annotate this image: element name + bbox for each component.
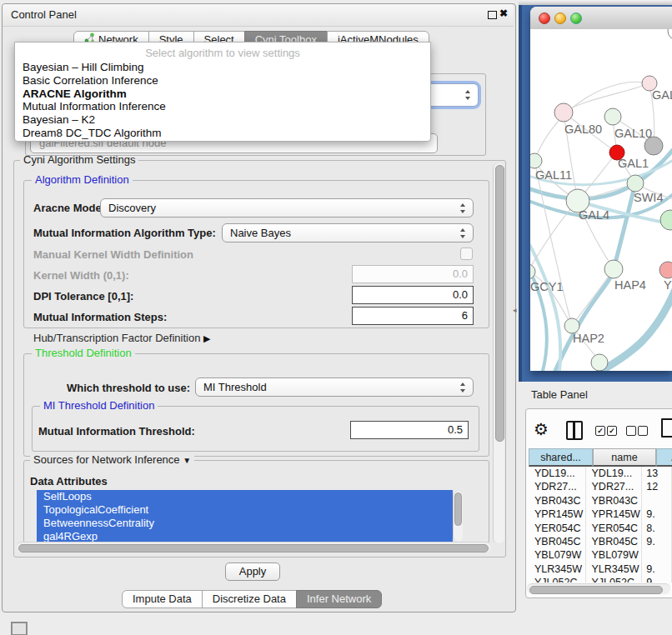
table-row[interactable]: YBR045CYBR045C9.	[529, 535, 672, 548]
scrollbar-thumb[interactable]	[495, 165, 504, 442]
attribute-item[interactable]: TopologicalCoefficient	[37, 503, 453, 517]
network-node[interactable]	[668, 29, 672, 40]
attribute-item[interactable]: SelfLoops	[37, 490, 453, 503]
network-node[interactable]	[604, 108, 621, 125]
table-cell	[642, 548, 672, 562]
table-cell	[642, 494, 672, 508]
table-cell: 9.	[642, 508, 672, 521]
screenshot-root: Control Panel ✖ Network Style Select Cyn…	[0, 0, 672, 635]
table-row[interactable]: YBL079WYBL079W	[529, 548, 672, 562]
scrollbar-thumb[interactable]	[454, 492, 462, 526]
network-node[interactable]	[627, 175, 644, 192]
combo-arrows-icon	[464, 90, 472, 100]
popup-item[interactable]: Dream8 DC_TDC Algorithm	[15, 127, 430, 140]
column-header-partial[interactable]: A	[656, 448, 672, 467]
checked-checkbox-icon[interactable]: ✓	[607, 426, 617, 436]
hub-section-toggle[interactable]: Hub/Transcription Factor Definition ▶	[33, 332, 210, 344]
float-window-icon[interactable]	[488, 11, 497, 19]
table-cell: YLR345W	[529, 562, 586, 576]
algorithm-dropdown-popup: Select algorithm to view settings Bayesi…	[14, 42, 431, 142]
network-node[interactable]	[659, 262, 672, 278]
which-threshold-combo[interactable]: MI Threshold	[195, 378, 474, 397]
table-row[interactable]: YER054CYER054C8.	[529, 522, 672, 535]
table-cell: YBL079W	[529, 548, 586, 562]
tab-label: Infer Network	[307, 591, 371, 608]
table-cell: YER054C	[529, 522, 586, 535]
attribute-item[interactable]: gal4RGexp	[37, 530, 453, 542]
network-node[interactable]	[604, 260, 623, 278]
mi-type-combo[interactable]: Naive Bayes	[222, 223, 474, 242]
scrollbar-thumb[interactable]	[529, 586, 663, 594]
hub-section-label: Hub/Transcription Factor Definition	[33, 332, 200, 344]
column-header-shared-name[interactable]: shared...	[529, 448, 593, 467]
mi-threshold-field[interactable]: 0.5	[350, 421, 469, 439]
expand-arrow-icon: ▶	[203, 333, 210, 344]
attributes-list-scrollbar[interactable]	[453, 491, 463, 542]
mi-steps-field[interactable]: 6	[352, 307, 474, 325]
popup-item[interactable]: Basic Correlation Inference	[15, 74, 430, 88]
network-node[interactable]	[591, 354, 608, 371]
tab-discretize-data[interactable]: Discretize Data	[202, 590, 297, 608]
apply-button[interactable]: Apply	[225, 562, 280, 581]
panel-divider-collapse-arrow[interactable]: ◂	[513, 306, 517, 314]
network-node-label: GAL4	[579, 208, 609, 222]
manual-kernel-label: Manual Kernel Width Definition	[33, 248, 193, 261]
table-row[interactable]: YJL052CYJL052C9	[529, 576, 672, 582]
sources-title[interactable]: Sources for Network Inference ▼	[30, 454, 194, 467]
unchecked-checkbox-icon[interactable]	[626, 426, 636, 436]
table-row[interactable]: YBR043CYBR043C	[529, 494, 672, 508]
table-cell: 8.	[642, 522, 672, 535]
column-header-name[interactable]: name	[593, 448, 656, 467]
network-node[interactable]	[554, 103, 573, 122]
popup-item-highlighted[interactable]: ARACNE Algorithm	[15, 88, 430, 101]
control-panel-titlebar[interactable]	[3, 4, 514, 27]
network-node-label: HAP4	[614, 278, 646, 292]
table-row[interactable]: YPR145WYPR145W9.	[529, 508, 672, 521]
network-node-label: GAL	[652, 88, 672, 102]
algorithm-definition-title: Algorithm Definition	[32, 174, 133, 186]
window-title: Control Panel	[11, 8, 77, 21]
table-cell: 9.	[642, 562, 672, 576]
aracne-mode-label: Aracne Mode:	[33, 202, 105, 214]
table-horizontal-scrollbar[interactable]	[527, 583, 670, 594]
attribute-item[interactable]: BetweennessCentrality	[37, 517, 453, 530]
table-row[interactable]: YDL19...YDL19...13	[529, 467, 672, 480]
network-node-label: GAL10	[614, 127, 652, 140]
scrollbar-thumb[interactable]	[18, 544, 489, 552]
table-cell: YBR043C	[586, 494, 643, 508]
minimize-traffic-light[interactable]	[554, 12, 566, 24]
tab-infer-network[interactable]: Infer Network	[296, 590, 382, 608]
popup-item[interactable]: Bayesian – K2	[15, 113, 430, 127]
aracne-mode-combo[interactable]: Discovery	[100, 198, 474, 218]
collapse-arrow-icon: ▼	[183, 456, 191, 465]
network-node-label: GAL1	[618, 157, 649, 170]
dpi-tolerance-field[interactable]: 0.0	[352, 286, 474, 304]
minimized-panel-icon[interactable]	[11, 622, 28, 635]
network-window-titlebar[interactable]	[530, 7, 672, 30]
table-cell: 12	[642, 480, 672, 493]
network-node[interactable]	[530, 153, 542, 168]
table-cell: YJL052C	[586, 576, 643, 582]
zoom-traffic-light[interactable]	[570, 12, 582, 24]
popup-item[interactable]: Mutual Information Inference	[15, 100, 430, 113]
close-icon[interactable]: ✖	[499, 8, 508, 19]
tab-label: Impute Data	[133, 591, 192, 608]
table-cell: 9.	[642, 535, 672, 548]
unchecked-checkbox-icon[interactable]	[638, 426, 648, 436]
table-row[interactable]: YDR27...YDR27...12	[529, 480, 672, 493]
network-node[interactable]	[660, 210, 672, 230]
popup-item[interactable]: Bayesian – Hill Climbing	[15, 61, 430, 74]
gear-icon[interactable]: ⚙	[534, 419, 549, 439]
split-columns-icon[interactable]	[566, 421, 583, 440]
network-canvas[interactable]: GALGAL80GAL10GAL1GAL11SWI4GAL4GCY1HAP4YH…	[530, 29, 672, 371]
table-row[interactable]: YLR345WYLR345W9.	[529, 562, 672, 576]
tab-impute-data[interactable]: Impute Data	[122, 590, 203, 608]
checked-checkbox-icon[interactable]: ✓	[595, 426, 605, 436]
settings-horizontal-scrollbar[interactable]	[17, 542, 491, 552]
data-attributes-label: Data Attributes	[30, 475, 108, 488]
close-traffic-light[interactable]	[539, 12, 550, 24]
settings-vertical-scrollbar[interactable]	[493, 163, 504, 543]
document-icon[interactable]	[661, 418, 672, 438]
threshold-definition-title: Threshold Definition	[32, 348, 135, 359]
bottom-tabbar: Impute Data Discretize Data Infer Networ…	[122, 590, 382, 608]
